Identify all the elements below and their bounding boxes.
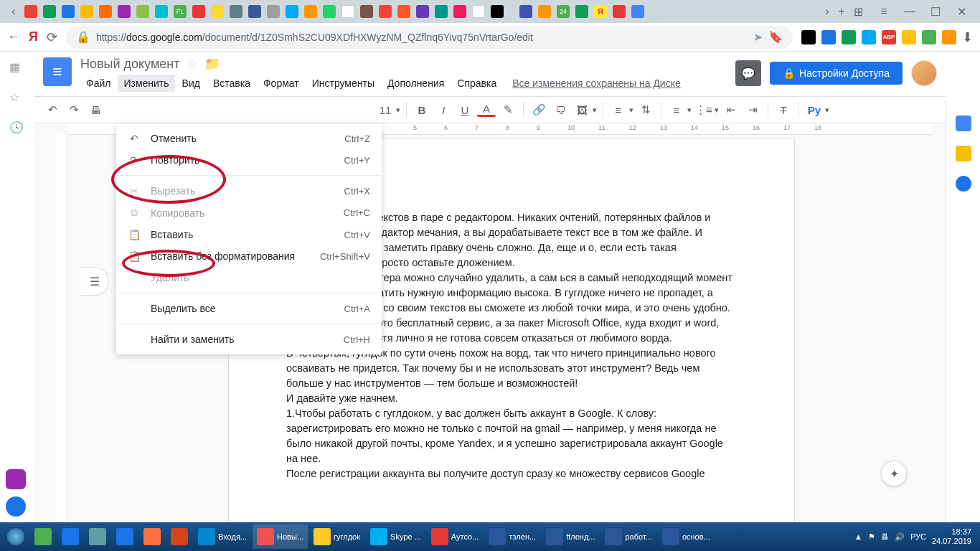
tray-icon[interactable]: 🖶 — [881, 532, 889, 541]
clear-format-icon[interactable]: T — [774, 100, 793, 119]
taskbar-item[interactable]: тзлен... — [484, 524, 540, 549]
tab-icon[interactable] — [575, 5, 588, 18]
tab-icon[interactable] — [230, 5, 242, 18]
comments-button[interactable]: 💬 — [735, 60, 761, 86]
tray-icon[interactable]: 🔊 — [895, 532, 905, 542]
menu-файл[interactable]: Файл — [80, 75, 116, 92]
menu-формат[interactable]: Формат — [258, 75, 305, 92]
menu-item-Вставить без форматирования[interactable]: 📋Вставить без форматированияCtrl+Shift+V — [116, 245, 382, 267]
align-icon[interactable]: ≡ — [609, 100, 628, 119]
calendar-icon[interactable] — [956, 116, 971, 131]
url-input[interactable]: 🔒 https://docs.google.com/document/d/1Z0… — [66, 26, 793, 49]
send-icon[interactable]: ➤ — [753, 30, 763, 44]
tab-icon[interactable] — [416, 5, 429, 18]
link-icon[interactable]: 🔗 — [529, 100, 548, 119]
taskbar-item[interactable]: Новы... — [253, 524, 308, 549]
tray-icon[interactable]: ▲ — [854, 532, 862, 541]
taskbar-item[interactable] — [166, 524, 192, 549]
close-icon[interactable]: ✕ — [953, 3, 970, 20]
system-tray[interactable]: ▲⚑🖶🔊РУС18:3724.07.2019 — [854, 527, 977, 546]
tasks-icon[interactable] — [956, 176, 971, 192]
tab-icon[interactable] — [304, 5, 317, 18]
side-app-icon[interactable] — [6, 469, 26, 489]
explore-button[interactable]: ✦ — [881, 461, 907, 486]
font-size[interactable]: 11 — [376, 100, 395, 119]
menu-item-Отменить[interactable]: ↶ОтменитьCtrl+Z — [116, 128, 382, 149]
tab-icon[interactable] — [267, 5, 280, 18]
taskbar-item[interactable] — [139, 524, 165, 549]
share-button[interactable]: 🔒 Настройки Доступа — [770, 62, 903, 85]
underline-icon[interactable]: U — [456, 100, 474, 119]
document-title[interactable]: Новый документ — [80, 57, 180, 72]
numbered-list-icon[interactable]: ≡ — [667, 100, 686, 119]
menu-item-Повторить[interactable]: ↷ПовторитьCtrl+Y — [116, 149, 382, 171]
chevron-down-icon[interactable]: ▾ — [593, 105, 597, 115]
tab-icon[interactable] — [538, 5, 551, 18]
reload-icon[interactable]: ⟳ — [47, 29, 57, 45]
tab-icon[interactable] — [397, 5, 410, 18]
line-spacing-icon[interactable]: ⇅ — [636, 100, 655, 119]
user-avatar[interactable] — [911, 60, 937, 86]
tabs-scroll-right-icon[interactable]: › — [821, 5, 834, 18]
outdent-icon[interactable]: ⇤ — [722, 100, 740, 119]
tab-icon[interactable]: Я — [594, 5, 607, 18]
yandex-icon[interactable]: Я — [29, 29, 38, 44]
tray-icon[interactable]: ⚑ — [868, 532, 875, 542]
bulleted-list-icon[interactable]: ⋮≡ — [694, 100, 713, 119]
ext-icon[interactable] — [821, 30, 836, 44]
back-icon[interactable]: ← — [7, 29, 20, 44]
italic-icon[interactable]: I — [434, 100, 453, 119]
tab-icon[interactable] — [155, 5, 168, 18]
ext-icon-abp[interactable]: ABP — [882, 30, 896, 44]
taskbar-item[interactable] — [85, 524, 110, 549]
undo-icon[interactable]: ↶ — [43, 100, 62, 119]
tab-icon[interactable] — [24, 5, 37, 18]
minimize-icon[interactable]: — — [901, 3, 918, 20]
chevron-down-icon[interactable]: ▾ — [629, 105, 633, 115]
menu-icon[interactable]: ≡ — [875, 3, 892, 20]
outline-toggle-icon[interactable]: ☰ — [80, 267, 109, 296]
tab-icon[interactable] — [379, 5, 392, 18]
tray-clock[interactable]: 18:3724.07.2019 — [932, 527, 971, 546]
menu-изменить[interactable]: Изменить — [118, 75, 174, 92]
tab-icon[interactable] — [118, 5, 131, 18]
print-icon[interactable]: 🖶 — [86, 100, 105, 119]
ext-icon[interactable] — [801, 30, 816, 44]
taskbar-item[interactable]: основ... — [658, 524, 715, 549]
tab-icon[interactable]: 24 — [557, 5, 570, 18]
history-icon[interactable]: 🕓 — [9, 121, 25, 136]
tab-icon[interactable] — [43, 5, 56, 18]
text-color-icon[interactable]: A — [477, 103, 496, 117]
taskbar-item[interactable]: ftленд... — [542, 524, 599, 549]
menu-item-Вставить[interactable]: 📋ВставитьCtrl+V — [116, 224, 382, 245]
chevron-down-icon[interactable]: ▾ — [715, 105, 719, 115]
panel-icon[interactable]: ⊞ — [849, 3, 867, 20]
taskbar-item[interactable]: работ... — [600, 524, 656, 549]
taskbar-item[interactable] — [57, 524, 83, 549]
taskbar-item[interactable] — [30, 524, 56, 549]
vertical-ruler[interactable] — [56, 135, 67, 522]
taskbar-item[interactable]: Входя... — [194, 524, 251, 549]
menu-вид[interactable]: Вид — [176, 75, 206, 92]
ext-icon[interactable] — [942, 30, 956, 44]
tab-icon[interactable] — [472, 5, 485, 18]
apps-icon[interactable]: ▦ — [9, 60, 25, 76]
menu-инструменты[interactable]: Инструменты — [306, 75, 380, 92]
ext-icon[interactable] — [862, 30, 876, 44]
comment-icon[interactable]: 🗨 — [551, 100, 570, 119]
save-status[interactable]: Все изменения сохранены на Диске — [512, 77, 681, 89]
tab-icon[interactable] — [341, 5, 354, 18]
menu-вставка[interactable]: Вставка — [207, 75, 256, 92]
tab-icon[interactable] — [62, 5, 75, 18]
ext-icon[interactable] — [842, 30, 856, 44]
tab-icon[interactable] — [192, 5, 205, 18]
tab-icon[interactable] — [136, 5, 149, 18]
alice-icon[interactable] — [6, 496, 26, 517]
tray-lang[interactable]: РУС — [910, 532, 926, 541]
tab-icon-active[interactable] — [631, 5, 644, 18]
favorite-icon[interactable]: ☆ — [9, 90, 25, 106]
tab-icon[interactable] — [435, 5, 448, 18]
taskbar-item[interactable]: гуглдок — [309, 524, 364, 549]
downloads-icon[interactable]: ⬇ — [962, 29, 973, 45]
menu-справка[interactable]: Справка — [451, 75, 502, 92]
